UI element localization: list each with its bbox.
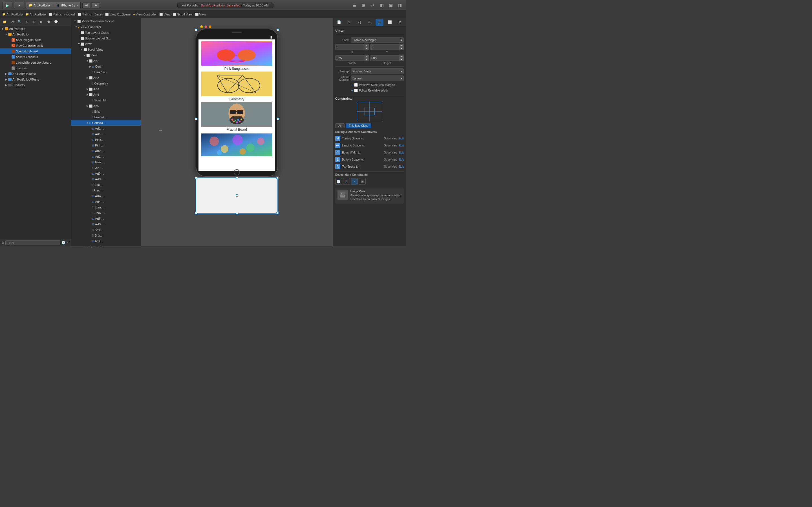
width-input[interactable] (335, 55, 365, 61)
navigator-toggle-icon[interactable]: ◧ (378, 2, 386, 8)
scene-item-bottom-guide[interactable]: ▶ ⬜ Bottom Layout G... (71, 36, 141, 41)
scene-constraint-art4a[interactable]: ▶ ⊞ Art4.... (71, 193, 141, 199)
width-stepper-down[interactable]: ▼ (365, 58, 369, 61)
scene-constraint-art2b[interactable]: ▶ ⊞ Art2.... (71, 154, 141, 159)
scene-item-fractal[interactable]: ▶ L Fractal... (71, 114, 141, 120)
nav-item-appdelegate[interactable]: ▶ S AppDelegate.swift (0, 37, 71, 43)
nav-breakpoint-icon[interactable]: ⬟ (46, 19, 52, 24)
equal-width-edit[interactable]: Edit (399, 151, 404, 154)
scene-constraint-brixb[interactable]: ▶ B Brix.... (71, 233, 141, 238)
nav-log-icon[interactable]: 💬 (53, 19, 59, 24)
nav-folder-icon[interactable]: 📁 (2, 19, 8, 24)
x-input[interactable] (335, 44, 365, 50)
scene-item-scrambl[interactable]: ▶ L Scrambl... (71, 98, 141, 103)
scene-constraint-geoa[interactable]: ▶ ⊞ Geo.... (71, 159, 141, 165)
breadcrumb-view[interactable]: ⬜ View (159, 13, 170, 16)
bottom-edit[interactable]: Edit (399, 158, 404, 161)
tab-all[interactable]: All (335, 123, 345, 128)
scheme-selector[interactable]: 📁 Art Portfolio 〉 📱 iPhone 6s ▾ (26, 2, 81, 9)
scene-item-art1[interactable]: ▼ ⬜ Art1 (71, 58, 141, 64)
scene-constraint-pinkb[interactable]: ▶ ⊞ Pink.... (71, 143, 141, 148)
nav-recent-icon[interactable]: 🕐 (61, 241, 65, 244)
scene-constraint-fraca[interactable]: ▶ I Frac.... (71, 182, 141, 187)
desc-icon-2[interactable]: 📱 (343, 178, 350, 185)
y-stepper-up[interactable]: ▲ (400, 44, 403, 47)
inspector-tab-warning[interactable]: ⚠ (365, 19, 373, 25)
width-stepper-up[interactable]: ▲ (365, 55, 369, 58)
nav-item-ui-tests[interactable]: ▶ Art PortfolioUITests (0, 76, 71, 82)
scene-constraint-art1a[interactable]: ▶ ⊞ Art1.... (71, 126, 141, 131)
nav-item-main-storyboard[interactable]: ▶ Main.storyboard (0, 48, 71, 54)
desc-icon-4[interactable]: ⊞ (359, 178, 366, 185)
nav-add-icon[interactable]: ✕ (66, 241, 69, 244)
inspector-tab-size[interactable]: ⬜ (386, 19, 394, 25)
y-input[interactable] (370, 44, 400, 50)
desc-icon-3-active[interactable]: ● (351, 178, 358, 185)
scene-item-brix[interactable]: ▶ L Brix (71, 109, 141, 114)
scene-item-art5[interactable]: ▶ ⬜ Art5 (71, 103, 141, 109)
trailing-edit[interactable]: Edit (399, 137, 404, 140)
scene-constraint-art3a[interactable]: ▶ ⊞ Art3.... (71, 171, 141, 176)
nav-search-icon[interactable]: 🔍 (16, 19, 22, 24)
nav-item-infoplist[interactable]: ▶ Info.plist (0, 65, 71, 71)
height-stepper-down[interactable]: ▼ (400, 58, 403, 61)
arrange-dropdown[interactable]: Position View ▾ (351, 68, 404, 74)
breadcrumb-art-portfolio-1[interactable]: 📁 Art Portfolio (2, 13, 22, 16)
plus-icon-1[interactable]: + (351, 82, 353, 87)
height-stepper-up[interactable]: ▲ (400, 55, 403, 58)
plus-icon-2[interactable]: + (351, 88, 353, 93)
debug-toggle-icon[interactable]: ▣ (387, 2, 395, 8)
scene-item-geometry[interactable]: ▶ L Geometry (71, 80, 141, 86)
x-stepper-up[interactable]: ▲ (365, 44, 369, 47)
selected-view-panel[interactable] (196, 177, 278, 214)
scene-item-view[interactable]: ▼ ⬜ View (71, 41, 141, 47)
nav-item-tests[interactable]: ▶ Art PortfolioTests (0, 71, 71, 76)
scene-item-art2[interactable]: ▶ ⬜ Art2 (71, 75, 141, 80)
leading-edit[interactable]: Edit (399, 144, 404, 147)
x-stepper-down[interactable]: ▼ (365, 47, 369, 50)
editor-assistant-icon[interactable]: ⊞ (360, 2, 368, 8)
stop-button[interactable]: ■ (14, 2, 24, 9)
editor-version-icon[interactable]: ⇄ (369, 2, 377, 8)
top-edit[interactable]: Edit (399, 165, 404, 168)
breadcrumb-main-storyboard[interactable]: ⬜ Main.s...ryboard (49, 13, 75, 16)
height-input[interactable] (370, 55, 400, 61)
nav-item-art-portfolio[interactable]: ▼ Art Portfolio (0, 32, 71, 37)
layout-margins-dropdown[interactable]: Default ▾ (351, 75, 404, 81)
scene-constraint-bott[interactable]: ▶ ⊞ bott... (71, 238, 141, 244)
breadcrumb-main-base[interactable]: ⬜ Main.s...(Base) (78, 13, 103, 16)
scene-constraint-art5b[interactable]: ▶ ⊞ Art5.... (71, 221, 141, 227)
scene-constraint-art1b[interactable]: ▶ ⊞ Art1.... (71, 131, 141, 137)
scene-constraint-geob[interactable]: ▶ I Geo.... (71, 165, 141, 171)
follow-checkbox[interactable] (354, 89, 358, 93)
breadcrumb-view-controller[interactable]: ● View Controller (133, 13, 157, 16)
scene-item-art3[interactable]: ▶ ⬜ Art3 (71, 86, 141, 92)
scene-item-inner-view[interactable]: ▼ ⬜ View (71, 52, 141, 58)
run-button[interactable]: ▶ (2, 2, 12, 9)
nav-item-root[interactable]: ▶ Art Portfolio (0, 26, 71, 32)
desc-icon-1[interactable]: 📄 (335, 178, 342, 185)
scene-constraint-art3b[interactable]: ▶ ⊞ Art3.... (71, 176, 141, 182)
breadcrumb-art-portfolio-2[interactable]: 📁 Art Portfolio (26, 13, 46, 16)
scene-item-constraints[interactable]: ▼ ⊞ Constra... (71, 120, 141, 126)
scene-constraint-brixa[interactable]: ▶ B Brix.... (71, 227, 141, 233)
scene-constraint-scra2[interactable]: ▶ T Scra.... (71, 210, 141, 216)
preserve-checkbox[interactable] (354, 83, 358, 87)
scene-constraint-art5a[interactable]: ▶ ⊞ Art5.... (71, 216, 141, 221)
scene-item-con[interactable]: ▶ ⊞ Con... (71, 64, 141, 69)
nav-item-products[interactable]: ▶ Products (0, 82, 71, 88)
breadcrumb-view-final[interactable]: ⬜ View (195, 13, 206, 16)
back-button[interactable]: ◀ (82, 2, 90, 8)
breadcrumb-vc-scene[interactable]: ⬜ View C...Scene (105, 13, 131, 16)
y-stepper-down[interactable]: ▼ (400, 47, 403, 50)
scene-item-art4[interactable]: ▶ ⬜ Art4 (71, 92, 141, 98)
inspector-tab-history[interactable]: ◁ (356, 19, 363, 25)
nav-filter-input[interactable] (5, 240, 60, 245)
nav-debug-icon[interactable]: ▶ (38, 19, 45, 24)
scene-constraint-pinka[interactable]: ▶ ⊞ Pink.... (71, 137, 141, 143)
tab-this-size-class[interactable]: This Size Class (346, 123, 371, 128)
inspector-tab-help[interactable]: ? (345, 19, 353, 25)
nav-issue-icon[interactable]: ⚠ (24, 19, 30, 24)
scene-constraint-art2a[interactable]: ▶ ⊞ Art2.... (71, 148, 141, 154)
scene-item-scrollview[interactable]: ▼ ⬜ Scroll View (71, 47, 141, 52)
